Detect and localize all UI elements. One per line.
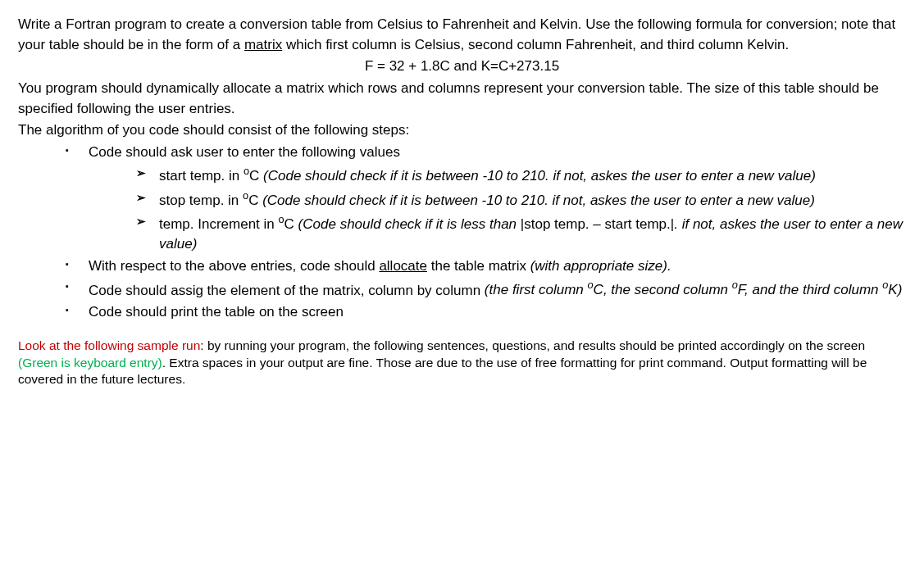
conversion-formula: F = 32 + 1.8C and K=C+273.15: [18, 57, 906, 77]
arrow1-unit: C: [249, 168, 263, 184]
matrix-word: matrix: [244, 37, 282, 52]
bullet1-text: Code should ask user to enter the follow…: [89, 144, 400, 160]
arrow3-unit: C: [284, 216, 298, 232]
paragraph-2: You program should dynamically allocate …: [18, 79, 906, 119]
bullet-item-4: Code should print the table on the scree…: [66, 302, 906, 323]
footer-paragraph: Look at the following sample run: by run…: [18, 338, 906, 389]
bullet3-k: K): [888, 282, 902, 297]
arrow-item-2: stop temp. in oC (Code should check if i…: [136, 188, 906, 211]
arrow3-mid: |stop temp. – start temp.|: [521, 216, 674, 232]
arrow-item-3: temp. Increment in oC (Code should check…: [136, 212, 906, 255]
arrow1-italic: (Code should check if it is between -10 …: [263, 168, 816, 184]
bullet3-deg2: o: [732, 279, 738, 292]
arrow-list: start temp. in oC (Code should check if …: [89, 164, 906, 255]
arrow3-pre: temp. Increment in: [159, 216, 279, 232]
footer-mid1: : by running your program, the following…: [200, 338, 865, 352]
footer-green: (Green is keyboard entry): [18, 356, 162, 370]
bullet2-italic: (with appropriate size).: [530, 258, 671, 274]
arrow3-italic1: (Code should check if it is less than: [298, 216, 521, 232]
arrow2-pre: stop temp. in: [159, 192, 243, 207]
bullet-item-2: With respect to the above entries, code …: [66, 256, 906, 277]
bullet2-allocate: allocate: [379, 258, 427, 274]
arrow3-deg: o: [279, 213, 284, 225]
intro-text-b: which first column is Celsius, second co…: [282, 37, 789, 52]
paragraph-3: The algorithm of you code should consist…: [18, 120, 906, 141]
bullet-item-1: Code should ask user to enter the follow…: [66, 143, 906, 255]
footer-red: Look at the following sample run: [18, 338, 200, 352]
bullet3-c: C, the second column: [594, 282, 732, 297]
bullet3-f: F, and the third column: [738, 282, 882, 297]
bullet4-text: Code should print the table on the scree…: [89, 304, 344, 320]
arrow1-deg: o: [244, 165, 249, 177]
bullet-list-outer: Code should ask user to enter the follow…: [18, 143, 906, 323]
arrow2-unit: C: [248, 192, 262, 207]
arrow2-italic: (Code should check if it is between -10 …: [262, 192, 815, 207]
arrow1-pre: start temp. in: [159, 168, 244, 184]
bullet3-italic: (the first column oC, the second column …: [485, 282, 903, 297]
bullet2-mid: the table matrix: [427, 258, 530, 274]
bullet3-deg1: o: [588, 279, 594, 292]
arrow-item-1: start temp. in oC (Code should check if …: [136, 164, 906, 186]
bullet3-pre: Code should assig the element of the mat…: [89, 282, 485, 297]
intro-paragraph: Write a Fortran program to create a conv…: [18, 15, 906, 55]
bullet2-pre: With respect to the above entries, code …: [89, 258, 379, 274]
bullet3-italic-pre: (the first column: [485, 282, 588, 297]
bullet-item-3: Code should assig the element of the mat…: [66, 279, 906, 301]
